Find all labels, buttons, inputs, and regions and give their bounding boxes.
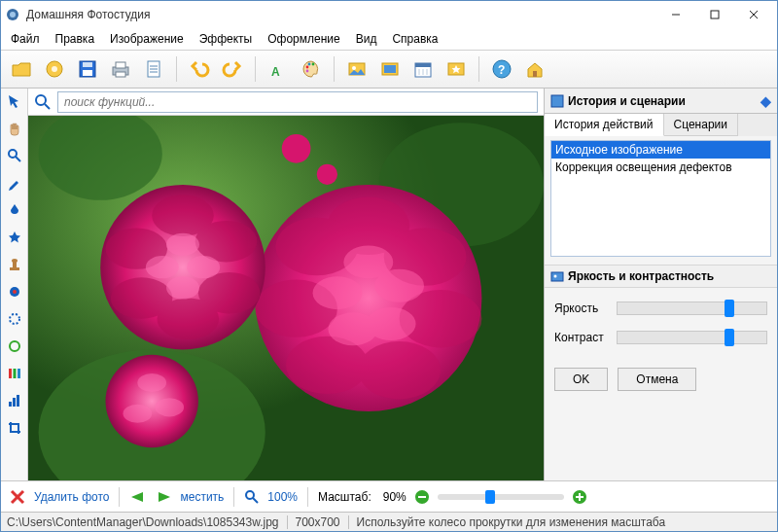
history-list[interactable]: Исходное изображение Коррекция освещения… bbox=[550, 140, 771, 257]
doc-button[interactable] bbox=[139, 54, 168, 84]
svg-point-44 bbox=[10, 341, 19, 351]
svg-rect-48 bbox=[9, 402, 12, 407]
status-hint: Используйте колесо прокрутки для изменен… bbox=[348, 515, 666, 529]
toolbar-separator bbox=[255, 56, 256, 82]
svg-point-89 bbox=[554, 275, 557, 278]
svg-rect-49 bbox=[13, 398, 16, 407]
drop-tool[interactable] bbox=[4, 199, 25, 221]
svg-point-75 bbox=[111, 277, 173, 318]
zoom-out-icon[interactable] bbox=[414, 489, 430, 505]
next-arrow-icon[interactable] bbox=[155, 490, 172, 504]
svg-point-78 bbox=[187, 256, 220, 278]
svg-point-24 bbox=[352, 66, 356, 70]
main-toolbar: A ? bbox=[1, 50, 777, 89]
svg-point-40 bbox=[12, 259, 18, 263]
svg-text:A: A bbox=[271, 65, 280, 79]
zoom-in-icon[interactable] bbox=[572, 489, 587, 505]
stamp-tool[interactable] bbox=[4, 254, 25, 275]
contrast-slider[interactable] bbox=[617, 331, 767, 344]
undo-button[interactable] bbox=[185, 54, 214, 84]
circle-tool[interactable] bbox=[4, 336, 25, 357]
wand-tool[interactable] bbox=[4, 227, 25, 248]
save-button[interactable] bbox=[73, 54, 102, 84]
menu-decor[interactable]: Оформление bbox=[262, 30, 345, 48]
home-button[interactable] bbox=[520, 54, 549, 84]
print-button[interactable] bbox=[106, 54, 135, 84]
pin-icon[interactable]: ◆ bbox=[760, 93, 771, 109]
canvas-column bbox=[28, 89, 544, 480]
svg-rect-45 bbox=[9, 369, 12, 378]
maximize-button[interactable] bbox=[695, 1, 734, 28]
move-link[interactable]: местить bbox=[180, 490, 224, 504]
image-canvas[interactable] bbox=[28, 116, 544, 480]
svg-rect-13 bbox=[116, 72, 125, 77]
svg-point-81 bbox=[106, 355, 198, 447]
prev-arrow-icon[interactable] bbox=[129, 490, 147, 504]
svg-rect-12 bbox=[116, 62, 125, 68]
close-button[interactable] bbox=[734, 1, 773, 28]
calendar-button[interactable] bbox=[408, 54, 438, 84]
wizard-button[interactable] bbox=[40, 54, 69, 84]
tab-scenarios[interactable]: Сценарии bbox=[664, 114, 738, 136]
search-input[interactable] bbox=[57, 91, 538, 113]
menu-file[interactable]: Файл bbox=[5, 30, 46, 48]
svg-point-20 bbox=[308, 63, 311, 66]
svg-point-86 bbox=[317, 164, 337, 185]
button-row: OK Отмена bbox=[545, 368, 777, 401]
redeye-tool[interactable] bbox=[4, 281, 25, 302]
channels-tool[interactable] bbox=[4, 363, 25, 384]
svg-rect-98 bbox=[579, 493, 581, 501]
zoom-slider[interactable] bbox=[438, 494, 564, 500]
brightness-slider[interactable] bbox=[617, 301, 767, 315]
history-item[interactable]: Коррекция освещения дефектов bbox=[551, 159, 770, 176]
pointer-tool[interactable] bbox=[4, 90, 25, 112]
cancel-button[interactable]: Отмена bbox=[618, 368, 696, 391]
status-dims: 700x700 bbox=[287, 515, 340, 529]
svg-rect-47 bbox=[18, 369, 20, 378]
menu-help[interactable]: Справка bbox=[386, 30, 443, 48]
image1-button[interactable] bbox=[342, 54, 371, 84]
palette-button[interactable] bbox=[297, 54, 326, 84]
tab-history[interactable]: История действий bbox=[545, 114, 664, 136]
levels-tool[interactable] bbox=[4, 390, 25, 411]
zoom-tool[interactable] bbox=[4, 145, 25, 166]
svg-rect-3 bbox=[711, 11, 719, 18]
svg-line-52 bbox=[45, 104, 50, 109]
scale-label: Масштаб: bbox=[318, 490, 371, 504]
svg-rect-50 bbox=[17, 395, 19, 407]
svg-rect-26 bbox=[384, 65, 396, 73]
history-item[interactable]: Исходное изображение bbox=[551, 141, 770, 159]
zoom-100-link[interactable]: 100% bbox=[267, 490, 298, 504]
svg-point-19 bbox=[306, 66, 309, 69]
ok-button[interactable]: OK bbox=[554, 368, 608, 391]
left-tool-strip bbox=[1, 89, 28, 480]
redo-button[interactable] bbox=[218, 54, 247, 84]
menu-effects[interactable]: Эффекты bbox=[194, 30, 259, 48]
blur-tool[interactable] bbox=[4, 308, 25, 330]
contrast-label: Контраст bbox=[554, 331, 609, 344]
menu-view[interactable]: Вид bbox=[350, 30, 383, 48]
hand-tool[interactable] bbox=[4, 118, 25, 139]
text-button[interactable]: A bbox=[264, 54, 293, 84]
image2-button[interactable] bbox=[375, 54, 405, 84]
right-panel: История и сценарии ◆ История действий Сц… bbox=[544, 89, 777, 480]
toolbar-separator bbox=[334, 56, 335, 82]
minimize-button[interactable] bbox=[656, 1, 695, 28]
scale-value: 90% bbox=[383, 490, 407, 504]
menubar: Файл Правка Изображение Эффекты Оформлен… bbox=[1, 28, 777, 50]
window-title: Домашняя Фотостудия bbox=[26, 8, 656, 21]
menu-edit[interactable]: Правка bbox=[50, 30, 101, 48]
bottom-bar: Удалить фото местить 100% Масштаб: 90% bbox=[1, 480, 777, 512]
crop-tool[interactable] bbox=[4, 417, 25, 439]
help-button[interactable]: ? bbox=[487, 54, 516, 84]
brush-tool[interactable] bbox=[4, 172, 25, 194]
app-icon bbox=[5, 7, 20, 22]
svg-point-68 bbox=[328, 312, 377, 345]
delete-link[interactable]: Удалить фото bbox=[34, 490, 109, 504]
star-image-button[interactable] bbox=[442, 54, 471, 84]
menu-image[interactable]: Изображение bbox=[104, 30, 190, 48]
sliders-area: Яркость Контраст bbox=[545, 288, 777, 368]
open-button[interactable] bbox=[7, 54, 36, 84]
history-title: История и сценарии bbox=[568, 94, 686, 108]
delete-icon bbox=[9, 488, 26, 506]
